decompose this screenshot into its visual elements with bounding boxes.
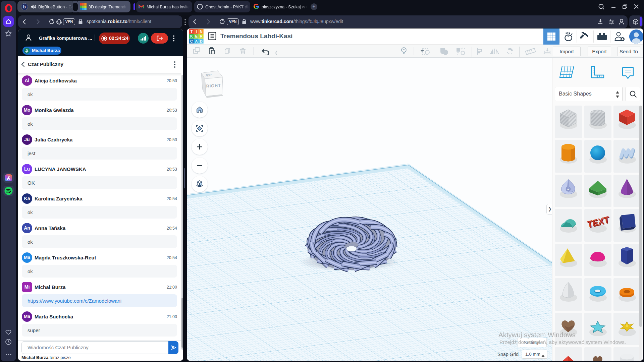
- svg-text:b: b: [23, 4, 26, 9]
- svg-text:D: D: [200, 39, 203, 43]
- svg-text:T: T: [191, 29, 193, 34]
- svg-text:RIGHT: RIGHT: [206, 83, 221, 88]
- svg-text:C: C: [190, 39, 193, 43]
- svg-text:K: K: [190, 34, 193, 38]
- svg-text:A: A: [195, 39, 198, 43]
- svg-text:N: N: [200, 29, 203, 34]
- svg-text:I: I: [196, 29, 197, 34]
- svg-text:R: R: [200, 34, 203, 38]
- svg-text:E: E: [195, 34, 198, 38]
